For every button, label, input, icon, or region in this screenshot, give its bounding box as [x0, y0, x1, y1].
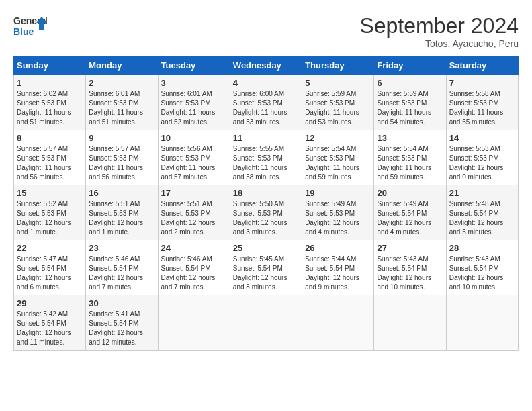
day-info: Sunrise: 5:51 AM Sunset: 5:53 PM Dayligh…	[89, 199, 154, 237]
calendar-cell: 20Sunrise: 5:49 AM Sunset: 5:54 PM Dayli…	[374, 185, 446, 240]
weekday-header-tuesday: Tuesday	[158, 56, 230, 75]
weekday-header-friday: Friday	[374, 56, 446, 75]
day-info: Sunrise: 6:00 AM Sunset: 5:53 PM Dayligh…	[233, 89, 299, 127]
calendar-cell: 30Sunrise: 5:41 AM Sunset: 5:54 PM Dayli…	[86, 295, 158, 351]
day-number: 13	[377, 133, 443, 143]
day-number: 23	[89, 243, 154, 253]
day-number: 12	[305, 133, 371, 143]
weekday-header-sunday: Sunday	[14, 56, 86, 75]
day-number: 21	[449, 188, 515, 198]
calendar-table: SundayMondayTuesdayWednesdayThursdayFrid…	[13, 56, 519, 351]
calendar-cell	[302, 295, 374, 351]
svg-text:Blue: Blue	[13, 26, 34, 37]
day-number: 18	[233, 188, 299, 198]
day-info: Sunrise: 5:46 AM Sunset: 5:54 PM Dayligh…	[89, 255, 154, 292]
day-number: 5	[305, 78, 371, 88]
calendar-cell: 21Sunrise: 5:48 AM Sunset: 5:54 PM Dayli…	[446, 185, 518, 240]
calendar-cell: 27Sunrise: 5:43 AM Sunset: 5:54 PM Dayli…	[374, 240, 446, 295]
calendar-cell: 25Sunrise: 5:45 AM Sunset: 5:54 PM Dayli…	[230, 240, 302, 295]
calendar-cell: 6Sunrise: 5:59 AM Sunset: 5:53 PM Daylig…	[374, 75, 446, 130]
calendar-cell: 24Sunrise: 5:46 AM Sunset: 5:54 PM Dayli…	[158, 240, 230, 295]
day-info: Sunrise: 5:59 AM Sunset: 5:53 PM Dayligh…	[305, 89, 371, 127]
logo-svg: General Blue	[13, 13, 47, 40]
day-info: Sunrise: 5:51 AM Sunset: 5:53 PM Dayligh…	[161, 199, 227, 237]
day-info: Sunrise: 5:57 AM Sunset: 5:53 PM Dayligh…	[17, 144, 83, 182]
day-info: Sunrise: 5:48 AM Sunset: 5:54 PM Dayligh…	[449, 199, 515, 237]
day-info: Sunrise: 5:53 AM Sunset: 5:53 PM Dayligh…	[449, 144, 515, 182]
day-number: 2	[89, 78, 154, 88]
calendar-cell: 11Sunrise: 5:55 AM Sunset: 5:53 PM Dayli…	[230, 130, 302, 185]
calendar-cell: 8Sunrise: 5:57 AM Sunset: 5:53 PM Daylig…	[14, 130, 86, 185]
calendar-cell: 26Sunrise: 5:44 AM Sunset: 5:54 PM Dayli…	[302, 240, 374, 295]
calendar-week-5: 29Sunrise: 5:42 AM Sunset: 5:54 PM Dayli…	[14, 295, 519, 351]
day-number: 7	[449, 78, 515, 88]
calendar-cell: 10Sunrise: 5:56 AM Sunset: 5:53 PM Dayli…	[158, 130, 230, 185]
day-number: 22	[17, 243, 83, 253]
day-info: Sunrise: 5:49 AM Sunset: 5:53 PM Dayligh…	[305, 199, 371, 237]
day-info: Sunrise: 5:57 AM Sunset: 5:53 PM Dayligh…	[89, 144, 154, 182]
calendar-cell: 15Sunrise: 5:52 AM Sunset: 5:53 PM Dayli…	[14, 185, 86, 240]
calendar-title: September 2024	[359, 13, 519, 38]
day-number: 6	[377, 78, 443, 88]
day-info: Sunrise: 5:47 AM Sunset: 5:54 PM Dayligh…	[17, 255, 83, 292]
day-info: Sunrise: 5:50 AM Sunset: 5:53 PM Dayligh…	[233, 199, 299, 237]
calendar-week-2: 8Sunrise: 5:57 AM Sunset: 5:53 PM Daylig…	[14, 130, 519, 185]
day-number: 8	[17, 133, 83, 143]
calendar-week-4: 22Sunrise: 5:47 AM Sunset: 5:54 PM Dayli…	[14, 240, 519, 295]
day-number: 15	[17, 188, 83, 198]
day-number: 11	[233, 133, 299, 143]
day-info: Sunrise: 5:54 AM Sunset: 5:53 PM Dayligh…	[377, 144, 443, 182]
day-info: Sunrise: 6:01 AM Sunset: 5:53 PM Dayligh…	[89, 89, 154, 127]
day-info: Sunrise: 5:43 AM Sunset: 5:54 PM Dayligh…	[377, 255, 443, 292]
calendar-cell: 9Sunrise: 5:57 AM Sunset: 5:53 PM Daylig…	[86, 130, 158, 185]
calendar-cell: 19Sunrise: 5:49 AM Sunset: 5:53 PM Dayli…	[302, 185, 374, 240]
calendar-cell: 13Sunrise: 5:54 AM Sunset: 5:53 PM Dayli…	[374, 130, 446, 185]
day-number: 9	[89, 133, 154, 143]
day-number: 16	[89, 188, 154, 198]
day-info: Sunrise: 5:49 AM Sunset: 5:54 PM Dayligh…	[377, 199, 443, 237]
calendar-cell: 16Sunrise: 5:51 AM Sunset: 5:53 PM Dayli…	[86, 185, 158, 240]
weekday-header-row: SundayMondayTuesdayWednesdayThursdayFrid…	[14, 56, 519, 75]
calendar-cell: 3Sunrise: 6:01 AM Sunset: 5:53 PM Daylig…	[158, 75, 230, 130]
day-number: 24	[161, 243, 227, 253]
header: General Blue September 2024 Totos, Ayacu…	[13, 13, 519, 49]
day-info: Sunrise: 5:55 AM Sunset: 5:53 PM Dayligh…	[233, 144, 299, 182]
calendar-cell: 5Sunrise: 5:59 AM Sunset: 5:53 PM Daylig…	[302, 75, 374, 130]
weekday-header-thursday: Thursday	[302, 56, 374, 75]
calendar-cell: 29Sunrise: 5:42 AM Sunset: 5:54 PM Dayli…	[14, 295, 86, 351]
day-number: 20	[377, 188, 443, 198]
day-number: 17	[161, 188, 227, 198]
calendar-cell	[158, 295, 230, 351]
weekday-header-saturday: Saturday	[446, 56, 518, 75]
calendar-cell: 1Sunrise: 6:02 AM Sunset: 5:53 PM Daylig…	[14, 75, 86, 130]
calendar-cell: 14Sunrise: 5:53 AM Sunset: 5:53 PM Dayli…	[446, 130, 518, 185]
day-info: Sunrise: 5:56 AM Sunset: 5:53 PM Dayligh…	[161, 144, 227, 182]
weekday-header-wednesday: Wednesday	[230, 56, 302, 75]
day-number: 25	[233, 243, 299, 253]
calendar-cell: 17Sunrise: 5:51 AM Sunset: 5:53 PM Dayli…	[158, 185, 230, 240]
calendar-cell: 12Sunrise: 5:54 AM Sunset: 5:53 PM Dayli…	[302, 130, 374, 185]
day-number: 28	[449, 243, 515, 253]
day-number: 10	[161, 133, 227, 143]
day-info: Sunrise: 5:45 AM Sunset: 5:54 PM Dayligh…	[233, 255, 299, 292]
day-info: Sunrise: 5:42 AM Sunset: 5:54 PM Dayligh…	[17, 310, 83, 347]
logo: General Blue	[13, 13, 47, 40]
day-number: 27	[377, 243, 443, 253]
calendar-cell: 4Sunrise: 6:00 AM Sunset: 5:53 PM Daylig…	[230, 75, 302, 130]
day-number: 30	[89, 298, 154, 308]
calendar-cell	[230, 295, 302, 351]
day-info: Sunrise: 5:59 AM Sunset: 5:53 PM Dayligh…	[377, 89, 443, 127]
day-number: 14	[449, 133, 515, 143]
calendar-cell: 2Sunrise: 6:01 AM Sunset: 5:53 PM Daylig…	[86, 75, 158, 130]
day-info: Sunrise: 5:54 AM Sunset: 5:53 PM Dayligh…	[305, 144, 371, 182]
weekday-header-monday: Monday	[86, 56, 158, 75]
calendar-cell	[446, 295, 518, 351]
day-number: 26	[305, 243, 371, 253]
day-number: 19	[305, 188, 371, 198]
calendar-cell: 18Sunrise: 5:50 AM Sunset: 5:53 PM Dayli…	[230, 185, 302, 240]
day-number: 1	[17, 78, 83, 88]
calendar-cell	[374, 295, 446, 351]
day-info: Sunrise: 5:41 AM Sunset: 5:54 PM Dayligh…	[89, 310, 154, 347]
title-area: September 2024 Totos, Ayacucho, Peru	[359, 13, 519, 49]
calendar-week-3: 15Sunrise: 5:52 AM Sunset: 5:53 PM Dayli…	[14, 185, 519, 240]
